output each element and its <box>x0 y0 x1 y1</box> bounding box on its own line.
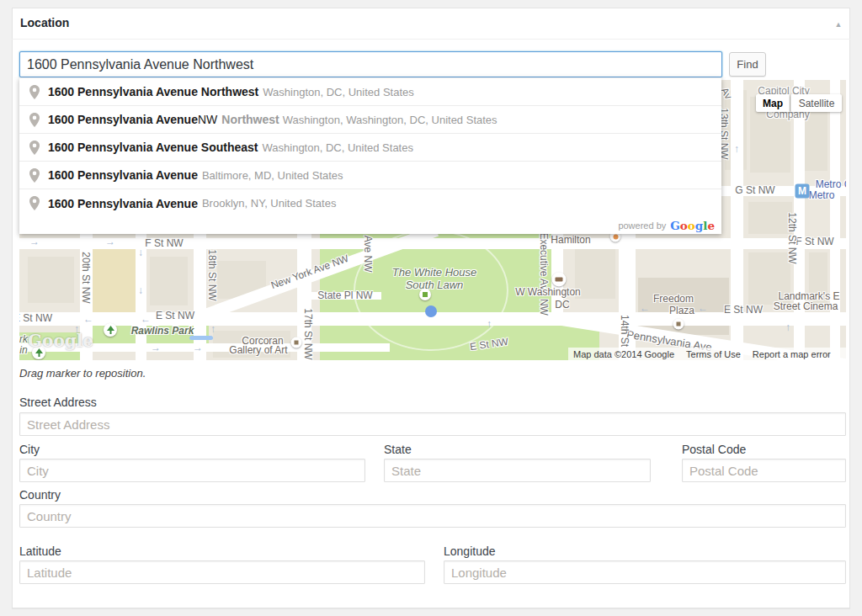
place-label: Hamilton <box>551 234 590 246</box>
map-building <box>28 257 74 303</box>
suggestion-secondary: Washington, Washington, DC, United State… <box>283 114 498 126</box>
street-label: E St NW <box>19 312 52 324</box>
place-label: Gallery of Art <box>229 344 287 356</box>
lawn-poi-icon <box>419 289 431 300</box>
park-label: Rawlins Park <box>131 325 194 337</box>
oneway-arrow-icon: ← <box>698 302 708 314</box>
map-attribution: Map data ©2014 Google Terms of Use Repor… <box>568 348 846 360</box>
street-label: E Executive Ave NW <box>538 223 550 316</box>
map-type-map-button[interactable]: Map <box>756 94 790 112</box>
map-type-satellite-button[interactable]: Satellite <box>790 94 842 112</box>
google-logo: Google <box>670 219 715 232</box>
place-label: DC <box>555 299 569 311</box>
metabox-header <box>12 8 850 40</box>
park-label: South Lawn <box>406 279 464 291</box>
autocomplete-suggestion[interactable]: 1600 Pennsylvania Avenue SoutheastWashin… <box>19 134 721 162</box>
autocomplete-suggestion[interactable]: 1600 Pennsylvania Avenue NWNorthwestWash… <box>19 106 721 134</box>
map-pin-icon <box>29 196 40 213</box>
suggestion-secondary: Washington, DC, United States <box>263 141 413 154</box>
oneway-arrow-icon: ← <box>640 302 650 314</box>
country-field[interactable] <box>19 504 846 528</box>
oneway-arrow-icon: ↑ <box>487 318 492 330</box>
powered-by-text: powered by <box>618 220 666 231</box>
map-building <box>150 257 188 305</box>
street-label: E St NW <box>156 310 194 321</box>
street-address-label: Street Address <box>19 396 97 409</box>
latitude-field[interactable] <box>19 560 425 584</box>
location-marker[interactable] <box>425 305 437 317</box>
autocomplete-suggestion[interactable]: 1600 Pennsylvania AvenueBrooklyn, NY, Un… <box>19 189 721 217</box>
country-label: Country <box>19 488 61 502</box>
street-label: F St NW <box>145 237 183 249</box>
longitude-field[interactable] <box>444 560 846 584</box>
place-label: W Washington <box>515 286 581 298</box>
suggestion-main: 1600 Pennsylvania Avenue <box>48 197 198 210</box>
autocomplete-suggestion[interactable]: 1600 Pennsylvania AvenueBaltimore, MD, U… <box>19 162 721 189</box>
street-address-field[interactable] <box>19 412 846 436</box>
oneway-arrow-icon: → <box>29 236 40 247</box>
powered-by-google: powered by Google <box>19 217 721 234</box>
metro-label: Metro C <box>816 178 846 190</box>
place-label: Freedom <box>653 293 694 305</box>
hotel-poi-icon <box>552 273 567 287</box>
metro-label: Metro <box>809 189 835 201</box>
suggestion-main-rest: NW <box>198 113 217 126</box>
find-button[interactable]: Find <box>729 52 766 77</box>
terms-of-use-link[interactable]: Terms of Use <box>686 349 741 359</box>
map-pin-icon <box>29 168 40 185</box>
street-label: e Ave NW <box>362 227 374 272</box>
collapse-toggle-icon[interactable]: ▲ <box>833 19 844 30</box>
city-field[interactable] <box>19 459 365 482</box>
postal-code-field[interactable] <box>682 459 846 482</box>
street-label: 14th St <box>619 315 631 347</box>
street-label: E St NW <box>724 304 763 316</box>
label-fragment: in <box>19 344 27 356</box>
suggestion-main: 1600 Pennsylvania Avenue Northwest <box>48 85 258 98</box>
street-label: 12th St NW <box>786 212 798 263</box>
drag-marker-hint: Drag marker to reposition. <box>19 367 146 380</box>
oneway-arrow-icon: ↑ <box>734 143 739 155</box>
street-label: F St NW <box>795 236 833 247</box>
metro-station-icon: M <box>795 184 810 199</box>
autocomplete-dropdown: 1600 Pennsylvania Avenue NorthwestWashin… <box>19 77 721 234</box>
gallery-poi-icon <box>291 337 302 348</box>
oneway-arrow-icon: → <box>151 342 161 353</box>
label-fragment: rk <box>19 333 28 345</box>
report-map-error-link[interactable]: Report a map error <box>753 349 831 359</box>
street-label: 17th St NW <box>302 308 314 359</box>
google-watermark: Google <box>28 331 93 351</box>
oneway-arrow-icon: ↓ <box>138 247 143 258</box>
oneway-arrow-icon: ↑ <box>210 323 216 335</box>
place-label: Street Cinema <box>774 300 838 312</box>
map-pin-icon <box>29 113 40 130</box>
map-data-credit: Map data ©2014 Google <box>573 349 674 359</box>
page: Location ▲ Find <box>0 0 862 616</box>
oneway-arrow-icon: ↑ <box>785 321 790 333</box>
map-pin-icon <box>29 141 40 157</box>
oneway-arrow-icon: ← <box>141 313 151 325</box>
map-pin-icon <box>29 85 40 102</box>
oneway-arrow-icon: ← <box>83 313 93 325</box>
city-label: City <box>19 443 40 456</box>
plaza-poi-icon <box>673 319 684 330</box>
autocomplete-suggestion[interactable]: 1600 Pennsylvania Avenue NorthwestWashin… <box>19 78 721 106</box>
latitude-label: Latitude <box>19 544 61 558</box>
road-11th-st <box>830 80 840 360</box>
street-label: 18th St NW <box>206 249 218 300</box>
state-label: State <box>384 443 412 456</box>
oneway-arrow-icon: → <box>193 342 203 353</box>
park-label: The White House <box>392 266 476 279</box>
street-label: 20th St NW <box>80 252 92 303</box>
tree-poi-icon <box>104 323 117 337</box>
postal-code-label: Postal Code <box>682 443 746 456</box>
street-label: State Pl NW <box>317 289 372 301</box>
street-label: G St NW <box>735 184 774 196</box>
address-search-input[interactable] <box>19 51 722 77</box>
state-field[interactable] <box>384 459 651 482</box>
page-title: Location <box>20 16 69 29</box>
place-label: Plaza <box>669 305 694 316</box>
suggestion-main: 1600 Pennsylvania Avenue <box>48 168 198 182</box>
suggestion-main: 1600 Pennsylvania Avenue Southeast <box>48 141 258 154</box>
suggestion-main: 1600 Pennsylvania Avenue <box>48 113 198 126</box>
road-13th-st <box>731 80 743 360</box>
